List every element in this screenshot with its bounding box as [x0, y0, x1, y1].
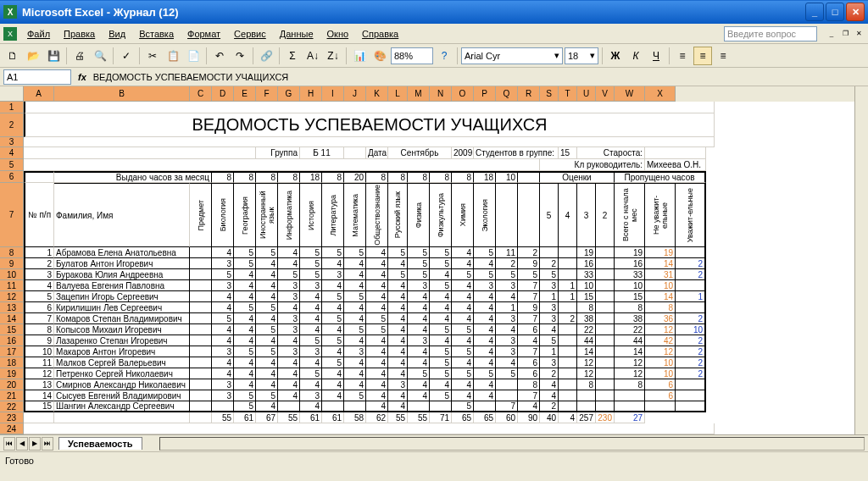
cell[interactable]: [24, 137, 715, 147]
cell[interactable]: 2: [518, 247, 540, 258]
cell[interactable]: 10: [645, 280, 676, 291]
cell[interactable]: 4: [430, 313, 452, 324]
paste-button[interactable]: 📄: [184, 47, 203, 65]
cell[interactable]: Лазаренко Степан Игоревич: [54, 335, 190, 346]
cell[interactable]: 67: [256, 412, 278, 423]
cell[interactable]: 61: [234, 412, 256, 423]
cell[interactable]: 3: [300, 346, 322, 357]
cell[interactable]: 5: [408, 368, 430, 379]
col-header-G[interactable]: G: [278, 86, 300, 102]
cell[interactable]: 4: [344, 313, 366, 324]
col-header-R[interactable]: R: [518, 86, 540, 102]
cell[interactable]: 7: [496, 401, 518, 412]
cell[interactable]: 1: [540, 346, 559, 357]
cell[interactable]: 5: [430, 357, 452, 368]
cell[interactable]: Информатика: [278, 183, 300, 247]
cell[interactable]: 14: [24, 390, 54, 401]
cell[interactable]: 12: [615, 357, 645, 368]
cell[interactable]: [559, 247, 577, 258]
menu-Файл[interactable]: Файл: [20, 27, 57, 41]
row-header-1[interactable]: 1: [0, 102, 24, 113]
cell[interactable]: 3: [540, 280, 559, 291]
col-header-C[interactable]: C: [190, 86, 212, 102]
cell[interactable]: 4: [278, 379, 300, 390]
cell[interactable]: 8: [388, 171, 408, 183]
cell[interactable]: 4: [452, 313, 474, 324]
cell[interactable]: 10: [577, 280, 596, 291]
cell[interactable]: 4: [278, 390, 300, 401]
cell[interactable]: 8: [366, 171, 388, 183]
cell[interactable]: 3: [212, 390, 234, 401]
cell[interactable]: 4: [234, 357, 256, 368]
cell[interactable]: 2: [24, 258, 54, 269]
row-header-11[interactable]: 11: [0, 280, 24, 291]
cell[interactable]: 4: [366, 302, 388, 313]
doc-restore-button[interactable]: ❐: [839, 28, 851, 40]
cell[interactable]: 4: [300, 401, 322, 412]
cell[interactable]: 18: [300, 171, 322, 183]
cell[interactable]: Михеева О.Н.: [645, 159, 706, 171]
row-header-10[interactable]: 10: [0, 269, 24, 280]
cell[interactable]: [54, 412, 190, 423]
col-header-E[interactable]: E: [234, 86, 256, 102]
cell[interactable]: 4: [388, 390, 408, 401]
cell[interactable]: 4: [408, 291, 430, 302]
cell[interactable]: 4: [388, 357, 408, 368]
cell[interactable]: Не уважит-ельные: [645, 183, 676, 247]
row-header-23[interactable]: 23: [0, 412, 24, 423]
cell[interactable]: [190, 269, 212, 280]
cell[interactable]: 7: [518, 280, 540, 291]
cell[interactable]: 8: [577, 302, 596, 313]
cell[interactable]: 27: [615, 412, 645, 423]
cell[interactable]: [596, 335, 615, 346]
open-button[interactable]: 📂: [24, 47, 42, 65]
cell[interactable]: 55: [212, 412, 234, 423]
cell[interactable]: 4: [234, 280, 256, 291]
cell[interactable]: 2: [596, 183, 615, 247]
cell[interactable]: 4: [452, 258, 474, 269]
cell[interactable]: 5: [344, 390, 366, 401]
row-header-12[interactable]: 12: [0, 291, 24, 302]
cell[interactable]: 4: [344, 302, 366, 313]
cell[interactable]: 5: [430, 346, 452, 357]
link-button[interactable]: 🔗: [257, 47, 275, 65]
cell[interactable]: 3: [278, 313, 300, 324]
cell[interactable]: 4: [388, 302, 408, 313]
menu-Окно[interactable]: Окно: [320, 27, 356, 41]
cell[interactable]: 12: [577, 357, 596, 368]
cell[interactable]: 4: [496, 357, 518, 368]
cell[interactable]: 3: [212, 346, 234, 357]
row-header-8[interactable]: 8: [0, 247, 24, 258]
align-left-button[interactable]: ≡: [673, 47, 692, 65]
cell[interactable]: 9: [24, 335, 54, 346]
cell[interactable]: 4: [256, 368, 278, 379]
cell[interactable]: 4: [474, 291, 496, 302]
cell[interactable]: 5: [452, 269, 474, 280]
cell[interactable]: 3: [278, 280, 300, 291]
preview-button[interactable]: 🔍: [91, 47, 109, 65]
cell[interactable]: 7: [518, 390, 540, 401]
cell[interactable]: [190, 357, 212, 368]
cell[interactable]: [559, 302, 577, 313]
cell[interactable]: [559, 357, 577, 368]
cell[interactable]: 10: [676, 324, 706, 335]
cell[interactable]: 9: [518, 258, 540, 269]
cell[interactable]: 5: [366, 313, 388, 324]
col-header-B[interactable]: B: [54, 86, 190, 102]
cell[interactable]: Дата:: [366, 147, 388, 159]
cell[interactable]: 12: [615, 368, 645, 379]
cell[interactable]: 5: [322, 247, 344, 258]
cell[interactable]: [496, 390, 518, 401]
col-header-S[interactable]: S: [540, 86, 559, 102]
cell[interactable]: 10: [645, 357, 676, 368]
formula-text[interactable]: ВЕДОМОСТЬ УСПЕВАЕМОСТИ УЧАЩИХСЯ: [93, 72, 865, 82]
cell[interactable]: 4: [278, 302, 300, 313]
cell[interactable]: Малков Сергей Валерьевич: [54, 357, 190, 368]
cell[interactable]: 4: [496, 324, 518, 335]
cell[interactable]: 4: [366, 247, 388, 258]
cell[interactable]: [615, 390, 645, 401]
cell[interactable]: 4: [212, 291, 234, 302]
cell[interactable]: Математика: [344, 183, 366, 247]
cell[interactable]: 44: [577, 335, 596, 346]
cell[interactable]: 3: [474, 280, 496, 291]
